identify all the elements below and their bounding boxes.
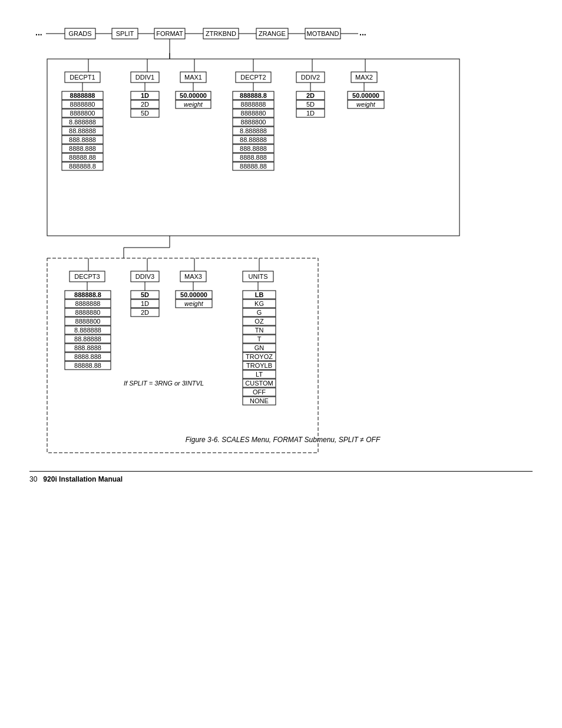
decpt1-item-1: 8888880 xyxy=(70,101,95,108)
units-item-tn: TN xyxy=(255,327,264,334)
nav-dots-left: ... xyxy=(35,28,42,37)
header-decpt2: DECPT2 xyxy=(240,74,266,81)
decpt2-item-0: 888888.8 xyxy=(240,92,267,99)
decpt1-item-2: 8888800 xyxy=(70,110,95,117)
max1-item-1: weight xyxy=(184,101,203,108)
ddiv1-item-0: 1D xyxy=(141,92,149,99)
nav-motband: MOTBAND xyxy=(307,30,339,37)
ddiv1-item-1: 2D xyxy=(141,101,149,108)
decpt2-item-7: 8888.888 xyxy=(240,154,267,161)
decpt2-item-6: 888.8888 xyxy=(240,145,267,152)
max2-item-1: weight xyxy=(356,101,376,108)
decpt3-item-7: 8888.888 xyxy=(74,353,101,360)
header-units: UNITS xyxy=(249,273,268,280)
decpt1-item-4: 88.88888 xyxy=(69,127,96,134)
units-item-lb: LB xyxy=(255,291,264,298)
footer-page-number: 30 xyxy=(29,475,37,483)
page-footer: 30 920i Installation Manual xyxy=(29,471,533,483)
decpt3-item-6: 888.8888 xyxy=(74,344,101,351)
units-item-oz: OZ xyxy=(254,318,264,325)
max2-item-0: 50.00000 xyxy=(352,92,379,99)
ddiv3-item-0: 5D xyxy=(141,291,149,298)
decpt2-item-2: 8888880 xyxy=(241,110,266,117)
decpt3-item-2: 8888880 xyxy=(75,309,101,316)
header-decpt3: DECPT3 xyxy=(74,273,100,280)
decpt1-item-3: 8.888888 xyxy=(69,118,96,126)
decpt2-item-4: 8.888888 xyxy=(240,127,267,134)
units-item-none: NONE xyxy=(250,397,269,404)
nav-split: SPLIT xyxy=(116,30,134,37)
units-item-troyoz: TROYOZ xyxy=(246,353,273,360)
max3-item-0: 50.00000 xyxy=(180,291,207,298)
units-item-lt: LT xyxy=(256,371,263,378)
decpt1-item-6: 8888.888 xyxy=(69,145,96,152)
decpt1-item-8: 888888.8 xyxy=(69,163,96,170)
decpt3-item-3: 8888800 xyxy=(75,318,101,325)
diagram-svg: ... GRADS SPLIT FORMAT ZTRKBND ZRANGE MO… xyxy=(29,24,536,472)
units-item-off: OFF xyxy=(253,388,266,396)
decpt2-item-3: 8888800 xyxy=(241,118,266,126)
units-item-gn: GN xyxy=(254,344,265,351)
decpt3-item-5: 88.88888 xyxy=(74,335,101,342)
decpt3-item-4: 8.888888 xyxy=(74,327,101,334)
nav-grads: GRADS xyxy=(68,30,91,37)
units-item-g: G xyxy=(257,309,262,316)
units-item-t: T xyxy=(257,335,262,342)
decpt1-item-0: 8888888 xyxy=(70,92,95,99)
decpt1-item-7: 88888.88 xyxy=(69,154,96,161)
decpt3-item-1: 8888888 xyxy=(75,300,101,307)
decpt3-item-8: 88888.88 xyxy=(74,362,101,369)
ddiv3-item-2: 2D xyxy=(141,309,149,316)
units-item-kg: KG xyxy=(254,300,264,307)
nav-zrange: ZRANGE xyxy=(259,30,286,37)
nav-ztrkbnd: ZTRKBND xyxy=(206,30,236,37)
decpt2-item-8: 88888.88 xyxy=(240,163,267,170)
ddiv2-item-1: 5D xyxy=(306,101,315,108)
ddiv2-item-2: 1D xyxy=(306,110,315,117)
split-note: If SPLIT = 3RNG or 3INTVL xyxy=(124,380,204,387)
ddiv1-item-2: 5D xyxy=(141,110,149,117)
ddiv2-item-0: 2D xyxy=(306,92,315,99)
units-item-custom: CUSTOM xyxy=(245,380,273,387)
decpt3-item-0: 888888.8 xyxy=(74,291,101,298)
decpt2-item-5: 88.88888 xyxy=(240,136,267,143)
decpt1-item-5: 888.8888 xyxy=(69,136,96,143)
footer-title: 920i Installation Manual xyxy=(43,475,123,483)
ddiv3-item-1: 1D xyxy=(141,300,149,307)
units-item-troylb: TROYLB xyxy=(246,362,272,369)
header-max3: MAX3 xyxy=(184,273,202,280)
header-max1: MAX1 xyxy=(184,74,202,81)
page-content: ... GRADS SPLIT FORMAT ZTRKBND ZRANGE MO… xyxy=(0,0,562,495)
header-ddiv1: DDIV1 xyxy=(135,74,154,81)
decpt2-item-1: 8888888 xyxy=(241,101,266,108)
header-ddiv3: DDIV3 xyxy=(135,273,154,280)
nav-format: FORMAT xyxy=(156,30,183,37)
header-max2: MAX2 xyxy=(355,74,373,81)
header-ddiv2: DDIV2 xyxy=(301,74,320,81)
max1-item-0: 50.00000 xyxy=(180,92,207,99)
nav-dots-right: ... xyxy=(359,28,366,37)
header-decpt1: DECPT1 xyxy=(70,74,95,81)
max3-item-1: weight xyxy=(184,300,204,307)
figure-caption: Figure 3-6. SCALES Menu, FORMAT Submenu,… xyxy=(186,436,381,444)
